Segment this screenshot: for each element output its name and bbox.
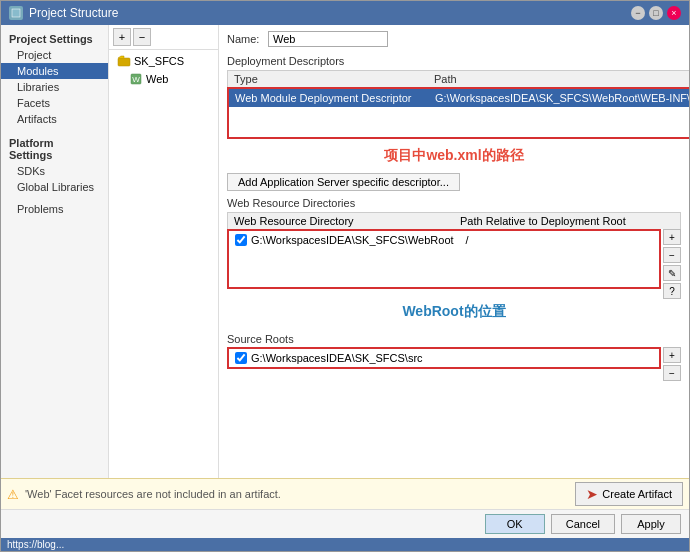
wrd-edit-button[interactable]: ✎ [663, 265, 681, 281]
wrd-path: G:\WorkspacesIDEA\SK_SFCS\WebRoot [251, 234, 454, 246]
folder-icon [117, 54, 131, 68]
tree-item-sk-sfcs-label: SK_SFCS [134, 55, 184, 67]
source-roots-checkbox[interactable] [235, 352, 247, 364]
web-resource-label: Web Resource Directories [227, 197, 681, 209]
source-roots-row: G:\WorkspacesIDEA\SK_SFCS\src [229, 349, 659, 367]
svg-rect-1 [118, 58, 130, 66]
source-roots-row-wrapper: G:\WorkspacesIDEA\SK_SFCS\src + − [227, 347, 681, 381]
source-roots-remove-button[interactable]: − [663, 365, 681, 381]
wrd-help-button[interactable]: ? [663, 283, 681, 299]
web-resource-row-wrapper: G:\WorkspacesIDEA\SK_SFCS\WebRoot / + − … [227, 229, 681, 299]
path-rel-header: Path Relative to Deployment Root [454, 213, 680, 229]
source-roots-side-actions: + − [663, 347, 681, 381]
table-row[interactable]: Web Module Deployment Descriptor G:\Work… [229, 89, 689, 107]
deployment-table: Web Module Deployment Descriptor G:\Work… [227, 87, 689, 139]
wrd-remove-button[interactable]: − [663, 247, 681, 263]
sidebar-item-problems[interactable]: Problems [1, 201, 108, 217]
warning-bar: ⚠ 'Web' Facet resources are not included… [1, 478, 689, 509]
platform-settings-header: Platform Settings [1, 133, 108, 163]
wrd-cell: G:\WorkspacesIDEA\SK_SFCS\WebRoot [229, 231, 460, 249]
source-roots-path: G:\WorkspacesIDEA\SK_SFCS\src [251, 352, 423, 364]
warning-text: 'Web' Facet resources are not included i… [25, 488, 281, 500]
arrow-icon: ➤ [586, 486, 598, 502]
status-text: https://blog... [7, 539, 64, 550]
web-resource-row: G:\WorkspacesIDEA\SK_SFCS\WebRoot / [229, 231, 659, 249]
wrd-empty [229, 249, 659, 269]
bottom-bar: OK Cancel Apply [1, 509, 689, 538]
create-artifact-label: Create Artifact [602, 488, 672, 500]
source-roots-table: G:\WorkspacesIDEA\SK_SFCS\src [227, 347, 661, 369]
tree-items: SK_SFCS W Web [109, 50, 218, 90]
path-header: Path [428, 71, 689, 87]
name-input[interactable] [268, 31, 388, 47]
name-label: Name: [227, 33, 262, 45]
tree-add-button[interactable]: + [113, 28, 131, 46]
wrd-add-button[interactable]: + [663, 229, 681, 245]
sidebar-item-sdks[interactable]: SDKs [1, 163, 108, 179]
type-cell: Web Module Deployment Descriptor [229, 89, 429, 107]
status-bar: https://blog... [1, 538, 689, 551]
add-server-descriptor-button[interactable]: Add Application Server specific descript… [227, 173, 460, 191]
tree-item-sk-sfcs[interactable]: SK_SFCS [113, 52, 214, 70]
source-roots-label: Source Roots [227, 333, 681, 345]
sidebar-item-libraries[interactable]: Libraries [1, 79, 108, 95]
detail-panel: Name: Deployment Descriptors Type Path W… [219, 25, 689, 478]
deployment-wrapper: Type Path Web Module Deployment Descript… [227, 70, 681, 141]
sidebar-item-modules[interactable]: Modules [1, 63, 108, 79]
empty-row [229, 107, 689, 137]
svg-text:W: W [132, 75, 140, 84]
deployment-table-inner: Type Path Web Module Deployment Descript… [227, 70, 689, 141]
title-bar-left: Project Structure [9, 6, 118, 20]
wrd-side-actions: + − ✎ ? [663, 229, 681, 299]
close-button[interactable]: × [667, 6, 681, 20]
warning-icon: ⚠ [7, 487, 19, 502]
sidebar-item-global-libraries[interactable]: Global Libraries [1, 179, 108, 195]
project-settings-header: Project Settings [1, 29, 108, 47]
cancel-button[interactable]: Cancel [551, 514, 615, 534]
web-resource-section: Web Resource Directories Web Resource Di… [227, 197, 681, 325]
ok-button[interactable]: OK [485, 514, 545, 534]
path-rel-cell: / [460, 231, 659, 249]
annotation-webroot: WebRoot的位置 [227, 299, 681, 325]
maximize-button[interactable]: □ [649, 6, 663, 20]
deployment-descriptors-label: Deployment Descriptors [227, 55, 681, 67]
sidebar: Project Settings Project Modules Librari… [1, 25, 109, 478]
main-content: + − SK_SFCS W [109, 25, 689, 478]
deployment-table-header: Type Path [227, 70, 689, 87]
sidebar-item-artifacts[interactable]: Artifacts [1, 111, 108, 127]
tree-item-web[interactable]: W Web [113, 70, 214, 88]
source-roots-add-button[interactable]: + [663, 347, 681, 363]
wrd-checkbox[interactable] [235, 234, 247, 246]
type-header: Type [228, 71, 428, 87]
annotation-webxml: 项目中web.xml的路径 [227, 143, 681, 169]
web-resource-table: G:\WorkspacesIDEA\SK_SFCS\WebRoot / [227, 229, 661, 289]
title-bar: Project Structure − □ × [1, 1, 689, 25]
window-body: Project Settings Project Modules Librari… [1, 25, 689, 478]
web-resource-header: Web Resource Directory Path Relative to … [227, 212, 681, 229]
window-title: Project Structure [29, 6, 118, 20]
sidebar-item-facets[interactable]: Facets [1, 95, 108, 111]
minimize-button[interactable]: − [631, 6, 645, 20]
create-artifact-button[interactable]: ➤ Create Artifact [575, 482, 683, 506]
tree-item-web-label: Web [146, 73, 168, 85]
path-cell: G:\WorkspacesIDEA\SK_SFCS\WebRoot\WEB-IN… [429, 89, 689, 107]
project-structure-window: Project Structure − □ × Project Settings… [0, 0, 690, 552]
tree-panel: + − SK_SFCS W [109, 25, 219, 478]
window-controls: − □ × [631, 6, 681, 20]
app-icon [9, 6, 23, 20]
wrd-header: Web Resource Directory [228, 213, 454, 229]
apply-button[interactable]: Apply [621, 514, 681, 534]
svg-rect-0 [12, 9, 20, 17]
tree-remove-button[interactable]: − [133, 28, 151, 46]
source-roots-section: Source Roots G:\WorkspacesIDEA\SK_SFCS\s… [227, 333, 681, 381]
sidebar-item-project[interactable]: Project [1, 47, 108, 63]
name-row: Name: [227, 31, 681, 47]
tree-panel-actions: + − [109, 25, 218, 50]
module-icon: W [129, 72, 143, 86]
